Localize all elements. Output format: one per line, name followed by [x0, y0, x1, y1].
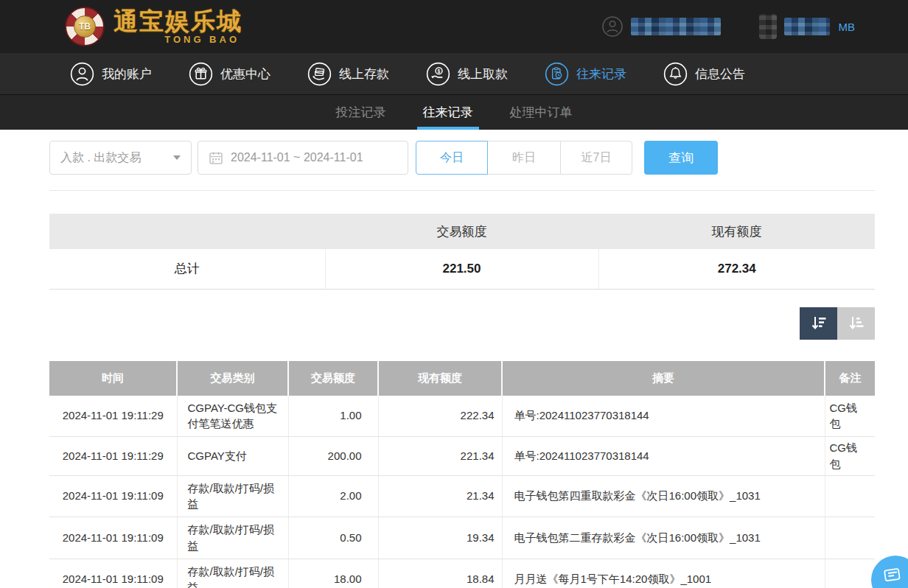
balance-icon-redacted [759, 14, 777, 39]
table-row: 2024-11-01 19:11:09 存款/取款/打码/损益 0.50 19.… [49, 517, 875, 559]
col-header-time: 时间 [49, 361, 177, 396]
chat-card-icon [883, 566, 902, 585]
balance-summary[interactable]: MB [759, 14, 856, 39]
quick-btn-yesterday[interactable]: 昨日 [488, 141, 560, 175]
cell-time: 2024-11-01 19:11:09 [49, 517, 177, 559]
cell-time: 2024-11-01 19:11:09 [49, 475, 177, 517]
summary-total-row: 总计 221.50 272.34 [49, 249, 875, 289]
gift-icon [189, 62, 213, 86]
cell-amount: 200.00 [288, 437, 378, 476]
sort-ascending-button[interactable] [837, 307, 875, 340]
nav-label: 线上存款 [339, 66, 389, 83]
cell-type: 存款/取款/打码/损益 [177, 559, 288, 588]
date-range-value: 2024-11-01 ~ 2024-11-01 [231, 151, 363, 164]
table-row: 2024-11-01 19:11:09 存款/取款/打码/损益 18.00 18… [49, 559, 875, 588]
nav-item-promotions[interactable]: 优惠中心 [189, 62, 270, 86]
cell-balance: 18.84 [378, 559, 502, 588]
sort-descending-icon [809, 313, 829, 334]
cell-summary: 电子钱包第四重取款彩金《次日16:00领取》_1031 [502, 475, 825, 517]
nav-label: 往来记录 [576, 66, 626, 83]
sort-descending-button[interactable] [800, 307, 837, 340]
col-header-note: 备注 [825, 361, 875, 396]
chevron-down-icon [173, 155, 181, 160]
table-row: 2024-11-01 19:11:29 CGPAY-CG钱包支付笔笔送优惠 1.… [49, 396, 875, 437]
cell-note: CG钱包 [825, 437, 875, 476]
summary-header-empty [49, 214, 325, 249]
cell-amount: 0.50 [288, 517, 378, 559]
cell-amount: 18.00 [288, 559, 378, 588]
cell-time: 2024-11-01 19:11:09 [49, 559, 177, 588]
cell-balance: 21.34 [378, 475, 502, 517]
search-button[interactable]: 查询 [644, 141, 718, 175]
nav-item-withdraw[interactable]: $ 线上取款 [426, 62, 508, 86]
main-nav: 我的账户 优惠中心 线上存款 $ 线上取款 [0, 53, 908, 94]
col-header-type: 交易类别 [177, 361, 288, 396]
nav-item-deposit[interactable]: 线上存款 [307, 62, 389, 86]
brand-name-cn: 通宝娱乐城 [114, 9, 242, 33]
brand-logo[interactable]: TB 通宝娱乐城 TONG BAO [65, 7, 242, 46]
cell-note [825, 517, 875, 559]
chip-monogram: TB [74, 15, 96, 38]
filter-bar: 入款 . 出款交易 2024-11-01 ~ 2024-11-01 今日 昨日 … [49, 141, 875, 175]
username-redacted [631, 18, 721, 35]
cell-time: 2024-11-01 19:11:29 [49, 437, 177, 476]
brand-name-en: TONG BAO [164, 35, 240, 44]
records-clipboard-icon [545, 62, 569, 86]
summary-transaction-total: 221.50 [325, 249, 598, 289]
records-table: 时间 交易类别 交易额度 现有额度 摘要 备注 2024-11-01 19:11… [49, 361, 875, 588]
tab-transaction-records[interactable]: 往来记录 [422, 95, 475, 130]
user-account-summary[interactable] [601, 15, 721, 38]
col-header-balance: 现有额度 [378, 361, 502, 396]
nav-item-my-account[interactable]: 我的账户 [70, 62, 152, 86]
cell-amount: 2.00 [288, 475, 378, 517]
nav-item-transaction-records[interactable]: 往来记录 [545, 62, 626, 86]
nav-label: 我的账户 [102, 66, 152, 83]
summary-total-label: 总计 [49, 249, 325, 289]
section-divider [49, 190, 875, 191]
table-row: 2024-11-01 19:11:29 CGPAY支付 200.00 221.3… [49, 437, 875, 476]
cell-summary: 月月送《每月1号下午14:20领取》_1001 [502, 559, 825, 588]
cell-note [825, 475, 875, 517]
cell-balance: 19.34 [378, 517, 502, 559]
transaction-type-select[interactable]: 入款 . 出款交易 [49, 141, 192, 175]
withdraw-hand-icon: $ [426, 62, 450, 86]
cell-summary: 电子钱包第二重存款彩金《次日16:00领取》_1031 [502, 517, 825, 559]
cell-summary: 单号:202411023770318144 [502, 437, 825, 476]
tab-betting-records[interactable]: 投注记录 [335, 95, 388, 130]
cell-note: CG钱包 [825, 396, 875, 437]
quick-btn-today[interactable]: 今日 [416, 141, 488, 175]
balance-unit: MB [839, 21, 856, 33]
calendar-icon [209, 150, 223, 165]
col-header-amount: 交易额度 [288, 361, 378, 396]
date-range-input[interactable]: 2024-11-01 ~ 2024-11-01 [198, 141, 408, 175]
summary-header-balance: 现有额度 [598, 214, 875, 249]
balance-redacted [784, 18, 830, 35]
nav-label: 优惠中心 [220, 66, 270, 83]
cell-type: 存款/取款/打码/损益 [177, 475, 288, 517]
tab-pending-orders[interactable]: 处理中订单 [509, 95, 574, 130]
cell-balance: 221.34 [378, 437, 502, 476]
top-header: TB 通宝娱乐城 TONG BAO MB [0, 0, 908, 53]
deposit-hand-icon [307, 62, 332, 86]
bell-icon [663, 62, 688, 86]
nav-label: 信息公告 [695, 66, 745, 83]
summary-table: 交易额度 现有额度 总计 221.50 272.34 [49, 214, 875, 290]
cell-note [825, 559, 875, 588]
summary-header-transaction: 交易额度 [325, 214, 598, 249]
customer-service-button[interactable] [871, 556, 908, 588]
col-header-summary: 摘要 [502, 361, 825, 396]
nav-item-announcements[interactable]: 信息公告 [663, 62, 745, 86]
casino-chip-icon: TB [65, 7, 105, 46]
cell-type: CGPAY支付 [177, 437, 288, 476]
table-row: 2024-11-01 19:11:09 存款/取款/打码/损益 2.00 21.… [49, 475, 875, 517]
user-circle-icon [70, 62, 94, 86]
nav-label: 线上取款 [458, 66, 508, 83]
record-subtabs: 投注记录 往来记录 处理中订单 [0, 94, 908, 130]
quick-date-group: 今日 昨日 近7日 [416, 141, 632, 175]
cell-time: 2024-11-01 19:11:29 [49, 396, 177, 437]
cell-amount: 1.00 [288, 396, 378, 437]
quick-btn-last7days[interactable]: 近7日 [560, 141, 632, 175]
summary-balance-total: 272.34 [598, 249, 875, 289]
transaction-type-value: 入款 . 出款交易 [60, 150, 141, 166]
cell-balance: 222.34 [378, 396, 502, 437]
